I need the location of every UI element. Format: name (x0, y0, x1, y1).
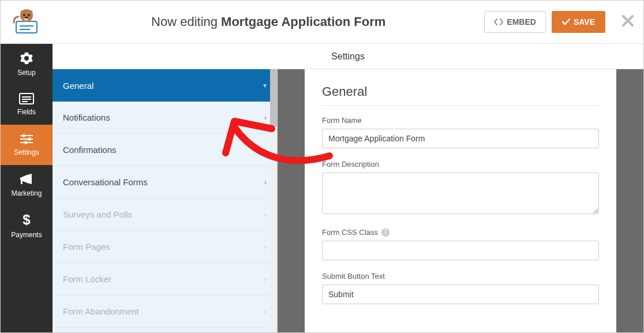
body: Setup Fields Settings Marketing $ P (1, 44, 643, 332)
close-button[interactable] (621, 14, 634, 29)
css-class-label-text: Form CSS Class (322, 228, 378, 237)
logo (1, 8, 53, 36)
panel-item-surveys[interactable]: Surveys and Polls › (53, 199, 277, 231)
chevron-right-icon: › (264, 308, 267, 316)
svg-rect-15 (23, 134, 25, 137)
chevron-down-icon: ▾ (263, 81, 267, 89)
form-name-label: Form Name (322, 116, 599, 125)
embed-icon (494, 18, 503, 25)
svg-text:$: $ (23, 212, 31, 227)
panel-item-confirmations[interactable]: Confirmations › (53, 134, 277, 166)
svg-rect-0 (16, 21, 37, 33)
chevron-right-icon: › (264, 114, 267, 122)
check-icon (562, 18, 570, 25)
gear-icon (20, 51, 33, 65)
page-title: Now editing Mortgage Application Form (53, 14, 484, 29)
panel-label: Surveys and Polls (63, 209, 132, 219)
wpforms-logo-icon (10, 8, 43, 36)
panel-label: General (63, 81, 93, 91)
sidebar-label-settings: Settings (14, 148, 39, 156)
panel-item-form-abandonment[interactable]: Form Abandonment › (53, 295, 277, 328)
svg-rect-19 (25, 141, 27, 144)
panel-item-conversational-forms[interactable]: Conversational Forms › (53, 166, 277, 199)
content-body: General ▾ Notifications › Confirmations … (53, 69, 643, 332)
chevron-right-icon: › (264, 243, 267, 251)
svg-point-9 (24, 18, 28, 21)
svg-point-6 (23, 14, 25, 16)
scrollbar-thumb[interactable] (270, 69, 277, 127)
field-form-name: Form Name (322, 116, 599, 148)
settings-panel: General ▾ Notifications › Confirmations … (53, 69, 278, 332)
sidebar-item-setup[interactable]: Setup (1, 44, 53, 84)
sidebar-label-payments: Payments (11, 231, 42, 239)
svg-rect-20 (21, 180, 23, 184)
topbar: Now editing Mortgage Application Form EM… (1, 1, 643, 44)
main-sidebar: Setup Fields Settings Marketing $ P (1, 44, 53, 332)
chevron-right-icon: › (264, 146, 267, 154)
panel-item-notifications[interactable]: Notifications › (53, 102, 277, 134)
form-name-input[interactable] (322, 129, 599, 148)
sidebar-item-settings[interactable]: Settings (1, 125, 53, 165)
title-name: Mortgage Application Form (221, 14, 385, 29)
panel-item-form-pages[interactable]: Form Pages › (53, 231, 277, 263)
sidebar-item-payments[interactable]: $ Payments (1, 205, 53, 246)
content: Settings General ▾ Notifications › Confi… (53, 44, 643, 332)
panel-item-general[interactable]: General ▾ (53, 69, 277, 102)
panel-label: Confirmations (63, 145, 117, 155)
scrollbar[interactable] (270, 69, 277, 332)
chevron-right-icon: › (264, 275, 267, 283)
field-css-class: Form CSS Class ? (322, 228, 599, 260)
embed-button[interactable]: EMBED (484, 11, 546, 33)
panel-label: Form Locker (63, 274, 111, 284)
css-class-input[interactable] (322, 241, 599, 260)
subheader: Settings (53, 44, 643, 69)
form-paper: General Form Name Form Description Form … (305, 69, 616, 332)
submit-text-input[interactable] (322, 285, 599, 304)
sidebar-item-fields[interactable]: Fields (1, 84, 53, 125)
embed-label: EMBED (507, 17, 536, 27)
form-description-input[interactable] (322, 173, 599, 214)
chevron-right-icon: › (264, 211, 267, 219)
section-title: General (322, 84, 599, 106)
sidebar-label-setup: Setup (17, 69, 35, 77)
svg-point-7 (28, 14, 30, 16)
panel-label: Form Pages (63, 242, 110, 252)
panel-item-form-locker[interactable]: Form Locker › (53, 263, 277, 295)
subheader-title: Settings (331, 51, 365, 62)
save-button[interactable]: SAVE (552, 11, 605, 33)
chevron-right-icon: › (264, 178, 267, 186)
panel-label: Form Abandonment (63, 306, 139, 316)
svg-rect-17 (28, 138, 31, 141)
panel-label: Conversational Forms (63, 177, 148, 187)
topbar-actions: EMBED SAVE (484, 11, 634, 33)
dollar-icon: $ (21, 212, 32, 227)
field-submit-text: Submit Button Text (322, 272, 599, 304)
submit-text-label: Submit Button Text (322, 272, 599, 280)
sidebar-label-fields: Fields (17, 108, 36, 116)
form-canvas: General Form Name Form Description Form … (278, 69, 643, 332)
title-prefix: Now editing (151, 14, 218, 29)
sliders-icon (19, 133, 34, 145)
form-description-label: Form Description (322, 160, 599, 169)
field-form-description: Form Description (322, 160, 599, 216)
bullhorn-icon (19, 173, 34, 186)
close-icon (621, 14, 634, 27)
save-label: SAVE (574, 17, 595, 27)
app-root: Now editing Mortgage Application Form EM… (0, 0, 644, 333)
help-icon[interactable]: ? (381, 229, 390, 237)
sidebar-label-marketing: Marketing (12, 189, 42, 197)
sidebar-item-marketing[interactable]: Marketing (1, 165, 53, 205)
fields-icon (19, 93, 34, 104)
css-class-label: Form CSS Class ? (322, 228, 599, 237)
panel-label: Notifications (63, 113, 110, 122)
